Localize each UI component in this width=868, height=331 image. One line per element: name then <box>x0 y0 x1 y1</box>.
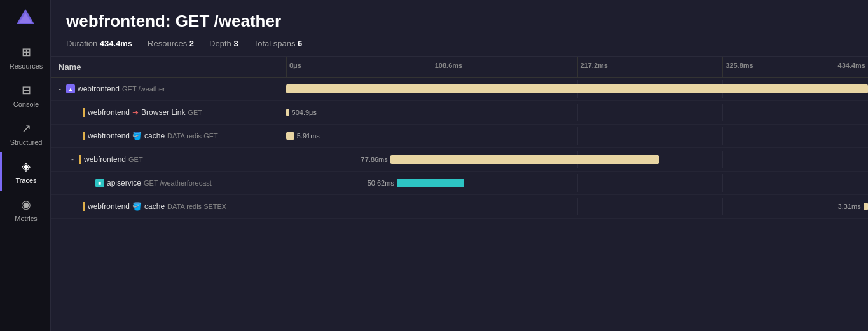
cache-label: cache <box>144 132 165 140</box>
span-bar <box>397 179 464 187</box>
sidebar: ⊞ Resources ⊟ Console ↗ Structured ◈ Tra… <box>0 0 51 331</box>
bar-container: 50.62ms <box>286 174 868 192</box>
span-bar <box>286 84 868 93</box>
sidebar-item-structured[interactable]: ↗ Structured <box>0 114 50 152</box>
span-timeline-cell: 3.31ms <box>286 195 868 219</box>
bar-container: 3.31ms <box>286 198 868 215</box>
timeline-area: 504.9μs <box>286 104 868 121</box>
resources-meta: Resources 2 <box>148 39 194 48</box>
arrow-icon: ➜ <box>132 108 139 117</box>
total-spans-meta: Total spans 6 <box>254 39 303 48</box>
sidebar-item-console[interactable]: ⊟ Console <box>0 76 50 114</box>
page-header: webfrontend: GET /weather Duration 434.4… <box>51 0 868 57</box>
tick-1: 108.6ms <box>432 57 462 77</box>
sidebar-item-traces[interactable]: ◈ Traces <box>0 152 50 191</box>
page-title: webfrontend: GET /weather <box>66 11 853 31</box>
table-header-row: Name 0μs 108.6ms 217.2ms <box>51 57 868 78</box>
cache-icon: 🪣 <box>132 132 142 140</box>
span-kind: DATA redis GET <box>167 132 218 140</box>
span-timeline-cell <box>286 78 868 101</box>
span-bar <box>286 109 289 116</box>
duration-label: 3.31ms <box>838 203 861 210</box>
duration-label: 504.9μs <box>292 109 317 116</box>
span-kind: GET <box>188 109 202 116</box>
span-timeline-cell: 77.86ms <box>286 148 868 172</box>
service-icon-purple: ▲ <box>66 84 75 93</box>
span-name-cell: webfrontend ➜ Browser Link GET <box>51 101 286 125</box>
span-timeline-cell: 5.91ms <box>286 125 868 148</box>
service-icon-teal: ■ <box>95 179 104 187</box>
table-row: ■ apiservice GET /weatherforecast 50.62m… <box>51 172 868 195</box>
timeline-area <box>286 80 868 98</box>
service-icon-bar <box>83 132 85 140</box>
duration-meta: Duration 434.4ms <box>66 39 132 48</box>
service-icon-bar <box>83 202 85 211</box>
span-kind: GET <box>128 156 143 163</box>
service-icon-bar <box>83 108 85 117</box>
table-row: - ▲ webfrontend GET /weather <box>51 78 868 101</box>
resources-icon: ⊞ <box>18 44 34 60</box>
tick-2: 217.2ms <box>577 57 608 77</box>
app-logo <box>13 5 38 30</box>
col-timeline: 0μs 108.6ms 217.2ms 325.8ms <box>286 57 868 78</box>
sidebar-item-metrics[interactable]: ◉ Metrics <box>0 191 50 229</box>
span-label: apiservice <box>107 179 141 187</box>
span-name-row: webfrontend 🪣 cache DATA redis SETEX <box>59 202 279 211</box>
collapse-btn[interactable]: - <box>59 84 61 93</box>
col-name: Name <box>51 57 286 78</box>
span-kind: DATA redis SETEX <box>167 203 226 210</box>
tick-3: 325.8ms <box>722 57 753 77</box>
service-icon-bar <box>79 155 81 164</box>
table-row: webfrontend ➜ Browser Link GET 504.9μs <box>51 101 868 125</box>
span-label: webfrontend <box>84 155 126 164</box>
console-icon: ⊟ <box>18 83 34 98</box>
meta-row: Duration 434.4ms Resources 2 Depth 3 Tot… <box>66 39 853 48</box>
timeline-area: 77.86ms <box>286 151 868 168</box>
span-timeline-cell: 50.62ms <box>286 172 868 195</box>
table-row: webfrontend 🪣 cache DATA redis SETEX 3.3… <box>51 195 868 219</box>
timeline-area: 50.62ms <box>286 174 868 192</box>
cache-label: cache <box>144 202 165 211</box>
span-bar <box>286 132 294 140</box>
bar-container: 77.86ms <box>286 151 868 168</box>
tick-0: 0μs <box>286 57 301 77</box>
main-content: webfrontend: GET /weather Duration 434.4… <box>51 0 868 331</box>
span-label: webfrontend <box>78 84 120 93</box>
cache-icon: 🪣 <box>132 202 142 211</box>
depth-meta: Depth 3 <box>209 39 238 48</box>
span-timeline-cell: 504.9μs <box>286 101 868 125</box>
span-name-row: - webfrontend GET <box>59 155 279 164</box>
trace-container: Name 0μs 108.6ms 217.2ms <box>51 57 868 331</box>
timeline-header: 0μs 108.6ms 217.2ms 325.8ms <box>286 57 868 77</box>
span-kind: GET /weather <box>122 85 165 93</box>
collapse-btn[interactable]: - <box>71 155 74 164</box>
span-bar <box>864 203 868 210</box>
duration-label: 5.91ms <box>297 132 320 140</box>
sidebar-item-resources[interactable]: ⊞ Resources <box>0 38 50 76</box>
bar-container: 5.91ms <box>286 127 868 145</box>
span-name-row: webfrontend ➜ Browser Link GET <box>59 108 279 117</box>
tick-4: 434.4ms <box>838 57 868 77</box>
span-bar <box>390 155 659 164</box>
timeline-area: 5.91ms <box>286 127 868 145</box>
table-row: webfrontend 🪣 cache DATA redis GET 5.91m… <box>51 125 868 148</box>
table-row: - webfrontend GET 77.86ms <box>51 148 868 172</box>
traces-icon: ◈ <box>18 159 34 174</box>
bar-container: 504.9μs <box>286 104 868 121</box>
span-label: webfrontend <box>88 202 130 211</box>
span-label2: Browser Link <box>141 108 185 117</box>
timeline-area: 3.31ms <box>286 198 868 215</box>
span-name-cell: webfrontend 🪣 cache DATA redis SETEX <box>51 195 286 219</box>
span-kind: GET /weatherforecast <box>144 179 212 187</box>
duration-label: 77.86ms <box>361 156 388 163</box>
span-name-row: - ▲ webfrontend GET /weather <box>59 84 279 93</box>
span-label: webfrontend <box>88 108 130 117</box>
span-name-cell: webfrontend 🪣 cache DATA redis GET <box>51 125 286 148</box>
span-name-cell: - ▲ webfrontend GET /weather <box>51 78 286 101</box>
duration-label: 50.62ms <box>368 179 394 187</box>
bar-container <box>286 80 868 98</box>
trace-body: - ▲ webfrontend GET /weather webfrontend… <box>51 78 868 219</box>
span-label: webfrontend <box>88 132 130 140</box>
trace-table: Name 0μs 108.6ms 217.2ms <box>51 57 868 219</box>
structured-icon: ↗ <box>18 121 34 136</box>
